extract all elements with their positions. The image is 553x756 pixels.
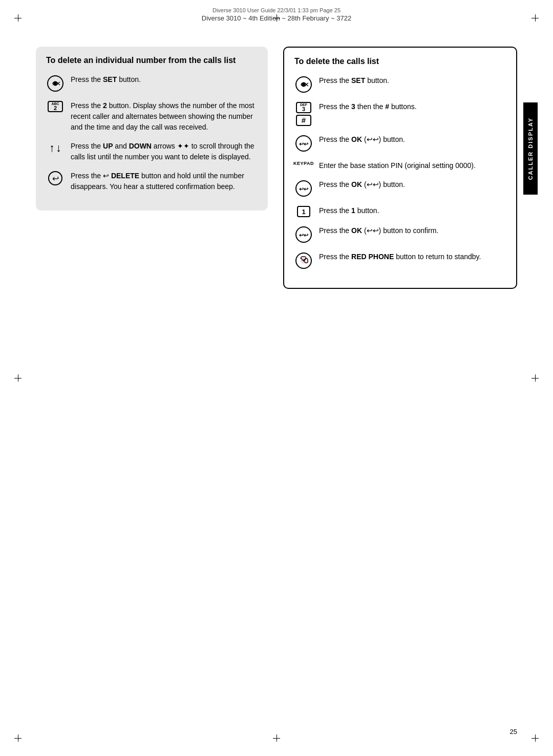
def3-hash-icon: DEF 3 #: [294, 102, 313, 126]
caller-display-sidebar: CALLER DISPLAY: [523, 102, 538, 195]
crossmark-top-right: [531, 14, 539, 22]
updown-arrows-icon: ↑ ↓: [46, 141, 65, 155]
svg-point-1: [54, 82, 57, 85]
left-step-3-text: Press the UP and DOWN arrows ✦✦ to scrol…: [71, 141, 258, 162]
right-step-1-text: Press the SET button.: [319, 75, 506, 86]
down-arrow: ↓: [56, 141, 61, 155]
delete-icon: ↩: [48, 171, 62, 185]
red-phone-icon: [294, 252, 313, 269]
ok-button-icon-1: ↩↩: [294, 135, 313, 152]
right-step-6-text: Press the 1 button.: [319, 205, 506, 216]
header-top-line: Diverse 3010 User Guide 22/3/01 1:33 pm …: [0, 7, 553, 13]
abc2-icon: ABC 2: [48, 101, 63, 112]
right-set-button-icon: [294, 76, 313, 93]
abc2-button-icon: ABC 2: [46, 101, 65, 112]
page-number: 25: [510, 728, 517, 736]
left-step-4-text: Press the ↩ DELETE button and hold until…: [71, 171, 258, 192]
main-content: To delete an individual number from the …: [0, 26, 553, 309]
def3-icon: DEF 3: [296, 102, 311, 113]
right-step-8-text: Press the RED PHONE button to return to …: [319, 251, 506, 262]
right-step-7: ↩↩ Press the OK (↩↩) button to confirm.: [294, 225, 506, 243]
right-step-3-text: Press the OK (↩↩) button.: [319, 134, 506, 145]
right-panel: To delete the calls list Press the SET b…: [283, 47, 517, 289]
set-button-icon-1: [46, 75, 65, 92]
left-step-2: ABC 2 Press the 2 button. Display shows …: [46, 100, 258, 133]
svg-text:↩↩: ↩↩: [299, 186, 309, 192]
right-panel-title: To delete the calls list: [294, 57, 506, 66]
left-panel-title: To delete an individual number from the …: [46, 56, 258, 65]
crossmark-bottom-left: [14, 734, 22, 742]
crossmark-mid-bottom: [273, 734, 280, 742]
page-header: Diverse 3010 User Guide 22/3/01 1:33 pm …: [0, 0, 553, 26]
ok-button-icon-2: ↩↩: [294, 180, 313, 197]
right-step-5: ↩↩ Press the OK (↩↩) button.: [294, 179, 506, 197]
def3-hash-stack: DEF 3 #: [296, 102, 311, 126]
keypad-label: KEYPAD: [293, 161, 314, 166]
right-step-1: Press the SET button.: [294, 75, 506, 93]
left-step-4: ↩ Press the ↩ DELETE button and hold unt…: [46, 171, 258, 192]
crossmark-mid-left: [14, 374, 22, 382]
right-step-4-text: Enter the base station PIN (original set…: [319, 160, 506, 171]
crossmark-top-left: [14, 14, 22, 22]
one-button-icon: 1: [294, 206, 313, 217]
ok-button-icon-3: ↩↩: [294, 226, 313, 243]
right-step-5-text: Press the OK (↩↩) button.: [319, 179, 506, 190]
hash-icon: #: [296, 115, 311, 126]
sidebar-label: CALLER DISPLAY: [527, 117, 534, 180]
crossmark-mid-right: [531, 374, 539, 382]
one-icon: 1: [297, 206, 310, 217]
keypad-icon: KEYPAD: [294, 161, 313, 166]
svg-point-3: [302, 83, 305, 86]
left-step-3: ↑ ↓ Press the UP and DOWN arrows ✦✦ to s…: [46, 141, 258, 162]
right-step-2-text: Press the 3 then the # buttons.: [319, 101, 506, 112]
left-step-2-text: Press the 2 button. Display shows the nu…: [71, 100, 258, 133]
svg-text:↩↩: ↩↩: [299, 232, 309, 238]
crossmark-mid-top: [273, 14, 280, 22]
right-step-6: 1 Press the 1 button.: [294, 205, 506, 217]
left-step-1: Press the SET button.: [46, 74, 258, 92]
right-step-7-text: Press the OK (↩↩) button to confirm.: [319, 225, 506, 236]
crossmark-bottom-right: [531, 734, 539, 742]
svg-point-11: [301, 258, 307, 264]
left-step-1-text: Press the SET button.: [71, 74, 258, 85]
up-arrow: ↑: [49, 141, 55, 155]
right-step-2: DEF 3 # Press the 3 then the # buttons.: [294, 101, 506, 126]
right-step-8: Press the RED PHONE button to return to …: [294, 251, 506, 269]
svg-text:↩↩: ↩↩: [299, 141, 309, 147]
left-panel: To delete an individual number from the …: [36, 47, 268, 211]
right-step-4: KEYPAD Enter the base station PIN (origi…: [294, 160, 506, 171]
delete-button-icon: ↩: [46, 171, 65, 185]
right-step-3: ↩↩ Press the OK (↩↩) button.: [294, 134, 506, 152]
